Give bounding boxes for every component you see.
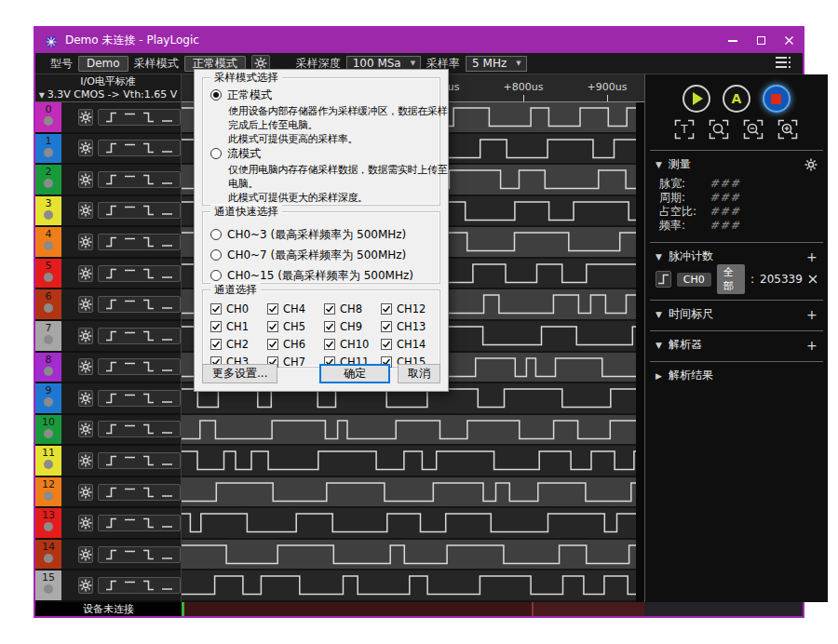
channel-settings-button[interactable] (78, 265, 93, 282)
mode-radio-option[interactable]: 流模式 (210, 146, 439, 161)
rising-edge-icon[interactable] (105, 299, 117, 310)
high-level-icon[interactable] (124, 268, 136, 279)
high-level-icon[interactable] (124, 112, 136, 123)
channel-color-tab[interactable]: 13 (35, 508, 61, 538)
channel-checkbox-item[interactable]: CH5 (267, 317, 324, 335)
checkbox-icon[interactable] (381, 321, 392, 332)
rising-edge-icon[interactable] (105, 580, 117, 591)
falling-edge-icon[interactable] (142, 580, 155, 591)
add-icon[interactable]: + (806, 340, 818, 351)
rising-edge-icon[interactable] (105, 236, 117, 248)
zoom-out-button[interactable] (742, 118, 764, 141)
decode-result-header[interactable]: ▶ 解析结果 (652, 362, 821, 388)
low-level-icon[interactable] (161, 330, 173, 342)
channel-settings-button[interactable] (78, 328, 93, 344)
rising-edge-icon[interactable] (105, 205, 117, 216)
waveform-row[interactable] (182, 446, 644, 477)
channel-color-tab[interactable]: 12 (35, 477, 61, 507)
checkbox-icon[interactable] (267, 339, 278, 350)
minimize-button[interactable] (719, 28, 747, 53)
low-level-icon[interactable] (161, 268, 173, 279)
rising-edge-icon[interactable] (105, 330, 117, 342)
channel-settings-button[interactable] (78, 296, 93, 313)
pulse-scope-chip[interactable]: 全部 (717, 264, 745, 294)
checkbox-icon[interactable] (210, 339, 222, 350)
channel-color-tab[interactable]: 15 (35, 570, 61, 600)
channel-color-tab[interactable]: 7 (35, 321, 61, 351)
high-level-icon[interactable] (124, 361, 136, 372)
radio-button-icon[interactable] (210, 229, 222, 240)
falling-edge-icon[interactable] (142, 455, 155, 466)
zoom-in-button[interactable] (777, 118, 799, 141)
high-level-icon[interactable] (124, 423, 136, 435)
channel-color-tab[interactable]: 8 (35, 353, 61, 382)
falling-edge-icon[interactable] (142, 487, 155, 498)
low-level-icon[interactable] (161, 361, 173, 372)
falling-edge-icon[interactable] (142, 112, 155, 123)
high-level-icon[interactable] (124, 205, 136, 216)
channel-color-tab[interactable]: 14 (35, 540, 61, 570)
auto-button[interactable]: A (723, 85, 750, 113)
channel-settings-button[interactable] (78, 234, 93, 250)
channel-checkbox-item[interactable]: CH12 (381, 300, 438, 317)
rising-edge-icon[interactable] (105, 487, 117, 498)
channel-checkbox-item[interactable]: CH4 (267, 300, 324, 317)
falling-edge-icon[interactable] (142, 142, 155, 154)
low-level-icon[interactable] (161, 517, 173, 529)
low-level-icon[interactable] (161, 580, 173, 591)
decoder-header[interactable]: ▼ 解析器 + (652, 331, 821, 357)
radio-button-icon[interactable] (210, 148, 222, 159)
channel-settings-button[interactable] (78, 390, 93, 407)
channel-color-tab[interactable]: 5 (35, 259, 61, 288)
channel-checkbox-item[interactable]: CH1 (210, 317, 267, 335)
radio-button-icon[interactable] (210, 270, 222, 281)
waveform-row[interactable] (182, 570, 644, 602)
channel-color-tab[interactable]: 4 (35, 227, 61, 257)
low-level-icon[interactable] (161, 112, 173, 123)
quick-select-radio-option[interactable]: CH0~7 (最高采样频率为 500MHz) (210, 246, 439, 264)
channel-checkbox-item[interactable]: CH14 (381, 335, 438, 353)
pulse-channel-chip[interactable]: CH0 (677, 273, 711, 287)
time-ruler-header[interactable]: ▼ 时间标尺 + (652, 301, 821, 327)
maximize-button[interactable] (747, 28, 775, 53)
low-level-icon[interactable] (161, 205, 173, 216)
high-level-icon[interactable] (124, 142, 136, 154)
high-level-icon[interactable] (124, 236, 136, 248)
checkbox-icon[interactable] (324, 303, 335, 315)
rising-edge-icon[interactable] (105, 361, 117, 372)
high-level-icon[interactable] (124, 580, 136, 591)
channel-settings-button[interactable] (78, 452, 93, 469)
channel-settings-button[interactable] (78, 140, 93, 156)
channel-color-tab[interactable]: 6 (35, 289, 61, 319)
radio-button-icon[interactable] (210, 249, 222, 261)
waveform-row[interactable] (182, 415, 644, 447)
channel-settings-button[interactable] (78, 358, 93, 375)
quick-select-radio-option[interactable]: CH0~3 (最高采样频率为 500MHz) (210, 225, 439, 244)
rising-edge-icon[interactable] (105, 517, 117, 529)
checkbox-icon[interactable] (210, 321, 222, 332)
checkbox-icon[interactable] (267, 321, 278, 332)
falling-edge-icon[interactable] (142, 361, 155, 372)
remove-counter-button[interactable] (808, 275, 818, 284)
channel-settings-button[interactable] (78, 546, 93, 563)
rising-edge-icon[interactable] (105, 455, 117, 466)
high-level-icon[interactable] (124, 455, 136, 466)
falling-edge-icon[interactable] (142, 174, 155, 185)
high-level-icon[interactable] (124, 517, 136, 529)
low-level-icon[interactable] (161, 174, 173, 185)
rising-edge-icon[interactable] (105, 549, 117, 560)
checkbox-icon[interactable] (210, 303, 222, 315)
quick-select-radio-option[interactable]: CH0~15 (最高采样频率为 500MHz) (210, 266, 439, 285)
channel-settings-button[interactable] (78, 484, 93, 501)
rising-edge-icon[interactable] (105, 393, 117, 404)
checkbox-icon[interactable] (267, 303, 278, 315)
waveform-row[interactable] (182, 508, 644, 540)
channel-settings-button[interactable] (78, 202, 93, 219)
high-level-icon[interactable] (124, 549, 136, 560)
low-level-icon[interactable] (161, 299, 173, 310)
channel-color-tab[interactable]: 10 (35, 415, 61, 445)
falling-edge-icon[interactable] (142, 205, 155, 216)
stop-button[interactable] (763, 85, 791, 113)
channel-color-tab[interactable]: 3 (35, 196, 61, 226)
high-level-icon[interactable] (124, 393, 136, 404)
